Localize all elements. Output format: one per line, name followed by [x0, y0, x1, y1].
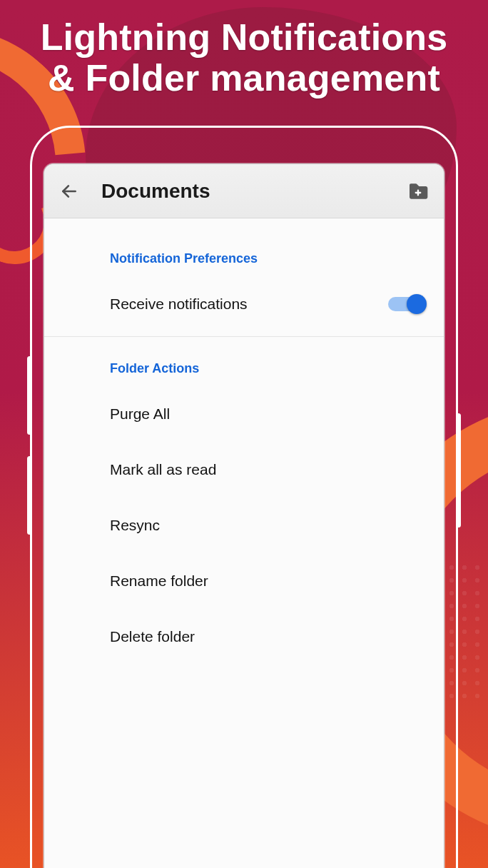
app-screen: Documents Notification Preferences Recei… [44, 163, 444, 868]
row-label: Resync [110, 517, 424, 534]
folder-plus-icon [407, 181, 429, 201]
promo-headline: Lightning Notifications & Folder managem… [0, 17, 488, 99]
row-receive-notifications[interactable]: Receive notifications [44, 276, 444, 332]
headline-line1: Lightning Notifications [41, 16, 448, 58]
phone-frame: Documents Notification Preferences Recei… [30, 126, 458, 868]
row-label: Purge All [110, 405, 424, 423]
phone-side-button [456, 413, 461, 528]
row-label: Delete folder [110, 628, 424, 645]
section-header-notifications: Notification Preferences [44, 227, 444, 276]
row-purge-all[interactable]: Purge All [44, 386, 444, 442]
promo-background: Lightning Notifications & Folder managem… [0, 0, 488, 868]
page-title: Documents [101, 180, 210, 203]
toggle-receive-notifications[interactable] [388, 297, 424, 311]
phone-side-button [27, 356, 32, 435]
headline-line2: & Folder management [48, 57, 440, 99]
row-rename-folder[interactable]: Rename folder [44, 553, 444, 609]
phone-side-button [27, 456, 32, 535]
app-bar: Documents [44, 164, 444, 218]
back-button[interactable] [57, 179, 81, 203]
section-header-folder-actions: Folder Actions [44, 337, 444, 386]
new-folder-button[interactable] [405, 180, 431, 203]
row-mark-all-read[interactable]: Mark all as read [44, 442, 444, 498]
row-resync[interactable]: Resync [44, 498, 444, 553]
row-label: Receive notifications [110, 296, 388, 313]
arrow-left-icon [60, 182, 78, 201]
row-label: Rename folder [110, 572, 424, 590]
row-delete-folder[interactable]: Delete folder [44, 609, 444, 665]
row-label: Mark all as read [110, 461, 424, 478]
settings-list: Notification Preferences Receive notific… [44, 218, 444, 665]
